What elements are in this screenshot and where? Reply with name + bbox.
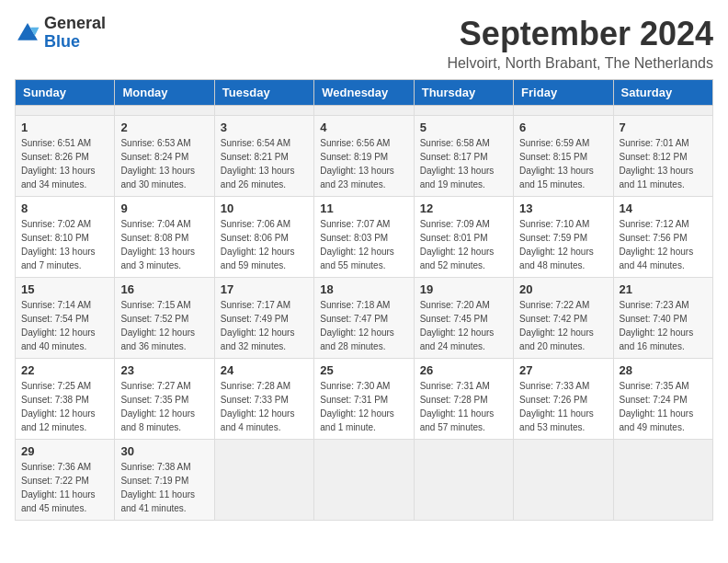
day-number: 3	[221, 121, 308, 134]
day-info: Sunrise: 7:10 AMSunset: 7:59 PMDaylight:…	[519, 217, 607, 272]
day-info: Sunrise: 6:53 AMSunset: 8:24 PMDaylight:…	[120, 136, 208, 191]
calendar-cell: 28Sunrise: 7:35 AMSunset: 7:24 PMDayligh…	[613, 359, 712, 440]
day-number: 18	[320, 282, 407, 296]
calendar-cell	[214, 106, 313, 116]
calendar-body: 1Sunrise: 6:51 AMSunset: 8:26 PMDaylight…	[16, 106, 713, 521]
day-number: 7	[620, 121, 707, 134]
calendar-cell: 27Sunrise: 7:33 AMSunset: 7:26 PMDayligh…	[514, 359, 613, 440]
calendar-cell: 4Sunrise: 6:56 AMSunset: 8:19 PMDaylight…	[314, 116, 414, 197]
day-info: Sunrise: 7:25 AMSunset: 7:38 PMDaylight:…	[21, 379, 108, 434]
day-number: 21	[620, 282, 707, 296]
calendar-cell	[16, 106, 115, 116]
calendar-cell: 26Sunrise: 7:31 AMSunset: 7:28 PMDayligh…	[414, 359, 513, 440]
calendar-cell	[514, 440, 613, 521]
calendar-week-4: 22Sunrise: 7:25 AMSunset: 7:38 PMDayligh…	[16, 359, 713, 440]
calendar-cell: 17Sunrise: 7:17 AMSunset: 7:49 PMDayligh…	[214, 278, 313, 359]
calendar-week-1: 1Sunrise: 6:51 AMSunset: 8:26 PMDaylight…	[16, 116, 713, 197]
calendar-cell: 22Sunrise: 7:25 AMSunset: 7:38 PMDayligh…	[16, 359, 115, 440]
day-number: 25	[320, 363, 407, 377]
weekday-header-saturday: Saturday	[613, 80, 712, 106]
day-info: Sunrise: 7:07 AMSunset: 8:03 PMDaylight:…	[320, 217, 407, 272]
day-number: 2	[120, 121, 208, 134]
day-number: 11	[320, 201, 407, 215]
day-info: Sunrise: 7:36 AMSunset: 7:22 PMDaylight:…	[21, 460, 108, 515]
day-number: 14	[620, 201, 707, 215]
calendar-cell	[314, 106, 414, 116]
calendar-cell: 29Sunrise: 7:36 AMSunset: 7:22 PMDayligh…	[16, 440, 115, 521]
day-info: Sunrise: 6:54 AMSunset: 8:21 PMDaylight:…	[221, 136, 308, 191]
day-info: Sunrise: 7:04 AMSunset: 8:08 PMDaylight:…	[120, 217, 208, 272]
calendar-cell	[514, 106, 613, 116]
weekday-header-sunday: Sunday	[16, 80, 115, 106]
day-number: 24	[221, 363, 308, 377]
logo-text-blue: Blue	[44, 33, 106, 52]
weekday-header-monday: Monday	[115, 80, 214, 106]
day-number: 1	[21, 121, 108, 134]
calendar-cell: 1Sunrise: 6:51 AMSunset: 8:26 PMDaylight…	[16, 116, 115, 197]
weekday-header-thursday: Thursday	[414, 80, 513, 106]
calendar-cell: 20Sunrise: 7:22 AMSunset: 7:42 PMDayligh…	[514, 278, 613, 359]
day-number: 15	[21, 282, 108, 296]
day-info: Sunrise: 7:38 AMSunset: 7:19 PMDaylight:…	[120, 460, 208, 515]
day-number: 5	[420, 121, 507, 134]
day-number: 17	[221, 282, 308, 296]
day-number: 12	[420, 201, 507, 215]
calendar-cell: 30Sunrise: 7:38 AMSunset: 7:19 PMDayligh…	[115, 440, 214, 521]
day-number: 4	[320, 121, 407, 134]
day-number: 29	[21, 444, 108, 458]
calendar-cell	[214, 440, 313, 521]
day-number: 19	[420, 282, 507, 296]
day-number: 16	[120, 282, 208, 296]
calendar-cell: 25Sunrise: 7:30 AMSunset: 7:31 PMDayligh…	[314, 359, 414, 440]
calendar-cell: 10Sunrise: 7:06 AMSunset: 8:06 PMDayligh…	[214, 197, 313, 278]
day-number: 20	[519, 282, 607, 296]
day-info: Sunrise: 7:06 AMSunset: 8:06 PMDaylight:…	[221, 217, 308, 272]
day-number: 26	[420, 363, 507, 377]
calendar-cell	[115, 106, 214, 116]
day-info: Sunrise: 7:02 AMSunset: 8:10 PMDaylight:…	[21, 217, 108, 272]
calendar-cell: 16Sunrise: 7:15 AMSunset: 7:52 PMDayligh…	[115, 278, 214, 359]
logo: General Blue	[15, 15, 106, 52]
day-info: Sunrise: 6:56 AMSunset: 8:19 PMDaylight:…	[320, 136, 407, 191]
calendar-cell: 11Sunrise: 7:07 AMSunset: 8:03 PMDayligh…	[314, 197, 414, 278]
day-info: Sunrise: 7:30 AMSunset: 7:31 PMDaylight:…	[320, 379, 407, 434]
calendar-cell: 8Sunrise: 7:02 AMSunset: 8:10 PMDaylight…	[16, 197, 115, 278]
calendar-cell: 21Sunrise: 7:23 AMSunset: 7:40 PMDayligh…	[613, 278, 712, 359]
day-info: Sunrise: 7:31 AMSunset: 7:28 PMDaylight:…	[420, 379, 507, 434]
calendar-cell	[414, 440, 513, 521]
calendar-cell: 14Sunrise: 7:12 AMSunset: 7:56 PMDayligh…	[613, 197, 712, 278]
logo-text-general: General	[44, 15, 106, 33]
day-number: 10	[221, 201, 308, 215]
day-info: Sunrise: 6:58 AMSunset: 8:17 PMDaylight:…	[420, 136, 507, 191]
calendar-cell	[414, 106, 513, 116]
day-info: Sunrise: 7:09 AMSunset: 8:01 PMDaylight:…	[420, 217, 507, 272]
day-info: Sunrise: 7:33 AMSunset: 7:26 PMDaylight:…	[519, 379, 607, 434]
day-number: 30	[120, 444, 208, 458]
day-number: 27	[519, 363, 607, 377]
calendar-cell	[613, 106, 712, 116]
day-number: 13	[519, 201, 607, 215]
day-number: 9	[120, 201, 208, 215]
calendar-cell: 23Sunrise: 7:27 AMSunset: 7:35 PMDayligh…	[115, 359, 214, 440]
logo-icon	[15, 20, 40, 46]
month-title: September 2024	[447, 15, 713, 53]
day-info: Sunrise: 7:20 AMSunset: 7:45 PMDaylight:…	[420, 298, 507, 353]
calendar-week-3: 15Sunrise: 7:14 AMSunset: 7:54 PMDayligh…	[16, 278, 713, 359]
day-number: 28	[620, 363, 707, 377]
calendar-cell: 12Sunrise: 7:09 AMSunset: 8:01 PMDayligh…	[414, 197, 513, 278]
day-info: Sunrise: 6:51 AMSunset: 8:26 PMDaylight:…	[21, 136, 108, 191]
calendar-cell: 15Sunrise: 7:14 AMSunset: 7:54 PMDayligh…	[16, 278, 115, 359]
calendar-week-0	[16, 106, 713, 116]
calendar-cell: 2Sunrise: 6:53 AMSunset: 8:24 PMDaylight…	[115, 116, 214, 197]
calendar-cell: 13Sunrise: 7:10 AMSunset: 7:59 PMDayligh…	[514, 197, 613, 278]
day-info: Sunrise: 7:28 AMSunset: 7:33 PMDaylight:…	[221, 379, 308, 434]
weekday-header-friday: Friday	[514, 80, 613, 106]
calendar-cell: 9Sunrise: 7:04 AMSunset: 8:08 PMDaylight…	[115, 197, 214, 278]
day-number: 8	[21, 201, 108, 215]
calendar-cell	[314, 440, 414, 521]
weekday-header-row: SundayMondayTuesdayWednesdayThursdayFrid…	[16, 80, 713, 106]
calendar-week-2: 8Sunrise: 7:02 AMSunset: 8:10 PMDaylight…	[16, 197, 713, 278]
calendar-cell: 3Sunrise: 6:54 AMSunset: 8:21 PMDaylight…	[214, 116, 313, 197]
calendar-cell: 5Sunrise: 6:58 AMSunset: 8:17 PMDaylight…	[414, 116, 513, 197]
calendar-cell: 19Sunrise: 7:20 AMSunset: 7:45 PMDayligh…	[414, 278, 513, 359]
